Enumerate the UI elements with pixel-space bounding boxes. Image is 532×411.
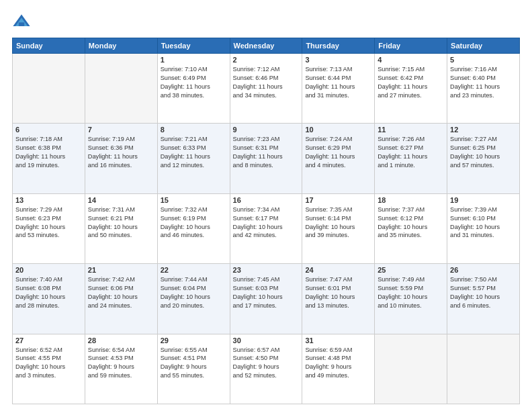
day-info: Sunrise: 7:31 AMSunset: 6:21 PMDaylight:… — [88, 205, 154, 240]
day-info: Sunrise: 7:32 AMSunset: 6:19 PMDaylight:… — [161, 205, 227, 240]
day-info: Sunrise: 7:45 AMSunset: 6:03 PMDaylight:… — [233, 275, 300, 310]
day-info: Sunrise: 6:54 AMSunset: 4:53 PMDaylight:… — [88, 346, 154, 381]
calendar-day-cell: 17Sunrise: 7:35 AMSunset: 6:14 PMDayligh… — [302, 193, 375, 263]
day-number: 11 — [378, 126, 444, 134]
day-number: 10 — [305, 126, 371, 134]
calendar-day-cell: 18Sunrise: 7:37 AMSunset: 6:12 PMDayligh… — [375, 193, 447, 263]
day-number: 12 — [450, 126, 517, 134]
day-number: 20 — [15, 266, 82, 274]
day-number: 2 — [233, 56, 300, 64]
calendar-day-cell: 2Sunrise: 7:12 AMSunset: 6:46 PMDaylight… — [230, 54, 302, 124]
calendar-week-row: 6Sunrise: 7:18 AMSunset: 6:38 PMDaylight… — [13, 124, 520, 193]
calendar-day-cell: 7Sunrise: 7:19 AMSunset: 6:36 PMDaylight… — [85, 124, 157, 193]
day-number: 16 — [233, 196, 300, 204]
day-number: 22 — [161, 266, 227, 274]
day-info: Sunrise: 7:40 AMSunset: 6:08 PMDaylight:… — [15, 275, 82, 310]
calendar-day-cell: 16Sunrise: 7:34 AMSunset: 6:17 PMDayligh… — [230, 193, 302, 263]
calendar-day-cell — [13, 54, 85, 124]
day-info: Sunrise: 7:15 AMSunset: 6:42 PMDaylight:… — [378, 65, 444, 100]
day-info: Sunrise: 7:44 AMSunset: 6:04 PMDaylight:… — [161, 275, 227, 310]
weekday-header: Saturday — [447, 38, 520, 54]
day-info: Sunrise: 7:39 AMSunset: 6:10 PMDaylight:… — [450, 205, 517, 240]
day-info: Sunrise: 7:49 AMSunset: 5:59 PMDaylight:… — [378, 275, 444, 310]
calendar-day-cell: 11Sunrise: 7:26 AMSunset: 6:27 PMDayligh… — [375, 124, 447, 193]
logo — [12, 12, 32, 31]
weekday-header: Thursday — [302, 38, 375, 54]
day-number: 14 — [88, 196, 154, 204]
calendar-day-cell: 25Sunrise: 7:49 AMSunset: 5:59 PMDayligh… — [375, 264, 447, 334]
day-info: Sunrise: 7:37 AMSunset: 6:12 PMDaylight:… — [378, 205, 444, 240]
calendar-week-row: 20Sunrise: 7:40 AMSunset: 6:08 PMDayligh… — [13, 264, 520, 334]
day-number: 1 — [161, 56, 227, 64]
calendar-day-cell: 5Sunrise: 7:16 AMSunset: 6:40 PMDaylight… — [447, 54, 520, 124]
calendar-day-cell: 8Sunrise: 7:21 AMSunset: 6:33 PMDaylight… — [157, 124, 230, 193]
day-number: 15 — [161, 196, 227, 204]
day-info: Sunrise: 7:34 AMSunset: 6:17 PMDaylight:… — [233, 205, 300, 240]
day-info: Sunrise: 7:35 AMSunset: 6:14 PMDaylight:… — [305, 205, 371, 240]
day-number: 19 — [450, 196, 517, 204]
weekday-header: Friday — [375, 38, 447, 54]
day-info: Sunrise: 6:57 AMSunset: 4:50 PMDaylight:… — [233, 346, 300, 381]
day-number: 7 — [88, 126, 154, 134]
day-info: Sunrise: 7:13 AMSunset: 6:44 PMDaylight:… — [305, 65, 371, 100]
calendar-day-cell: 3Sunrise: 7:13 AMSunset: 6:44 PMDaylight… — [302, 54, 375, 124]
day-info: Sunrise: 7:50 AMSunset: 5:57 PMDaylight:… — [450, 275, 517, 310]
day-number: 25 — [378, 266, 444, 274]
day-info: Sunrise: 7:16 AMSunset: 6:40 PMDaylight:… — [450, 65, 517, 100]
calendar-day-cell: 12Sunrise: 7:27 AMSunset: 6:25 PMDayligh… — [447, 124, 520, 193]
day-number: 24 — [305, 266, 371, 274]
calendar-day-cell: 15Sunrise: 7:32 AMSunset: 6:19 PMDayligh… — [157, 193, 230, 263]
calendar-day-cell: 29Sunrise: 6:55 AMSunset: 4:51 PMDayligh… — [157, 334, 230, 404]
weekday-header: Tuesday — [157, 38, 230, 54]
day-number: 5 — [450, 56, 517, 64]
calendar-day-cell: 13Sunrise: 7:29 AMSunset: 6:23 PMDayligh… — [13, 193, 85, 263]
calendar-day-cell — [85, 54, 157, 124]
calendar-header-row: SundayMondayTuesdayWednesdayThursdayFrid… — [13, 38, 520, 54]
calendar-day-cell: 14Sunrise: 7:31 AMSunset: 6:21 PMDayligh… — [85, 193, 157, 263]
calendar-day-cell: 27Sunrise: 6:52 AMSunset: 4:55 PMDayligh… — [13, 334, 85, 404]
day-info: Sunrise: 7:21 AMSunset: 6:33 PMDaylight:… — [161, 135, 227, 170]
day-info: Sunrise: 7:12 AMSunset: 6:46 PMDaylight:… — [233, 65, 300, 100]
day-info: Sunrise: 7:23 AMSunset: 6:31 PMDaylight:… — [233, 135, 300, 170]
day-info: Sunrise: 7:42 AMSunset: 6:06 PMDaylight:… — [88, 275, 154, 310]
svg-rect-2 — [19, 22, 24, 26]
weekday-header: Monday — [85, 38, 157, 54]
day-number: 26 — [450, 266, 517, 274]
calendar-day-cell — [447, 334, 520, 404]
header — [12, 12, 520, 31]
calendar-day-cell: 23Sunrise: 7:45 AMSunset: 6:03 PMDayligh… — [230, 264, 302, 334]
day-info: Sunrise: 7:24 AMSunset: 6:29 PMDaylight:… — [305, 135, 371, 170]
weekday-header: Sunday — [13, 38, 85, 54]
calendar-day-cell: 26Sunrise: 7:50 AMSunset: 5:57 PMDayligh… — [447, 264, 520, 334]
calendar-day-cell — [375, 334, 447, 404]
weekday-header: Wednesday — [230, 38, 302, 54]
day-info: Sunrise: 7:19 AMSunset: 6:36 PMDaylight:… — [88, 135, 154, 170]
day-info: Sunrise: 7:47 AMSunset: 6:01 PMDaylight:… — [305, 275, 371, 310]
calendar-week-row: 13Sunrise: 7:29 AMSunset: 6:23 PMDayligh… — [13, 193, 520, 263]
day-number: 3 — [305, 56, 371, 64]
calendar-day-cell: 28Sunrise: 6:54 AMSunset: 4:53 PMDayligh… — [85, 334, 157, 404]
page: SundayMondayTuesdayWednesdayThursdayFrid… — [0, 0, 532, 411]
calendar-day-cell: 4Sunrise: 7:15 AMSunset: 6:42 PMDaylight… — [375, 54, 447, 124]
calendar-day-cell: 20Sunrise: 7:40 AMSunset: 6:08 PMDayligh… — [13, 264, 85, 334]
calendar-day-cell: 6Sunrise: 7:18 AMSunset: 6:38 PMDaylight… — [13, 124, 85, 193]
calendar-day-cell: 21Sunrise: 7:42 AMSunset: 6:06 PMDayligh… — [85, 264, 157, 334]
day-info: Sunrise: 7:10 AMSunset: 6:49 PMDaylight:… — [161, 65, 227, 100]
calendar-day-cell: 10Sunrise: 7:24 AMSunset: 6:29 PMDayligh… — [302, 124, 375, 193]
day-number: 21 — [88, 266, 154, 274]
day-number: 28 — [88, 336, 154, 345]
day-number: 23 — [233, 266, 300, 274]
day-number: 18 — [378, 196, 444, 204]
day-number: 8 — [161, 126, 227, 134]
day-number: 27 — [15, 336, 82, 345]
day-number: 17 — [305, 196, 371, 204]
day-info: Sunrise: 6:52 AMSunset: 4:55 PMDaylight:… — [15, 346, 82, 381]
day-info: Sunrise: 7:18 AMSunset: 6:38 PMDaylight:… — [15, 135, 82, 170]
calendar-day-cell: 19Sunrise: 7:39 AMSunset: 6:10 PMDayligh… — [447, 193, 520, 263]
day-info: Sunrise: 6:55 AMSunset: 4:51 PMDaylight:… — [161, 346, 227, 381]
day-number: 6 — [15, 126, 82, 134]
day-number: 13 — [15, 196, 82, 204]
calendar-week-row: 1Sunrise: 7:10 AMSunset: 6:49 PMDaylight… — [13, 54, 520, 124]
calendar-day-cell: 9Sunrise: 7:23 AMSunset: 6:31 PMDaylight… — [230, 124, 302, 193]
day-info: Sunrise: 7:29 AMSunset: 6:23 PMDaylight:… — [15, 205, 82, 240]
